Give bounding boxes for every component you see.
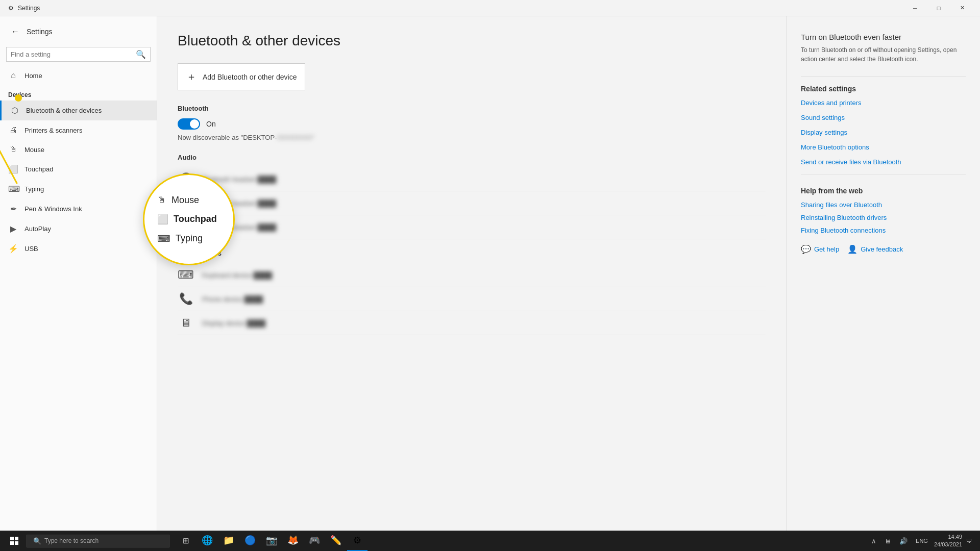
- tooltip-overlay: 🖱 Mouse ⬜ Touchpad ⌨ Typing: [143, 173, 235, 265]
- tooltip-arrow-dot: [15, 94, 22, 102]
- sidebar-item-pen[interactable]: ✒ Pen & Windows Ink: [0, 199, 157, 219]
- sidebar-item-home-label: Home: [24, 72, 42, 80]
- usb-icon: ⚡: [8, 244, 18, 254]
- back-button[interactable]: ←: [8, 24, 22, 39]
- discoverable-text: Now discoverable as "DESKTOP-XXXXXXXX": [178, 134, 766, 141]
- tooltip-circle: 🖱 Mouse ⬜ Touchpad ⌨ Typing: [143, 173, 235, 265]
- audio-devices: 🎧 Bluetooth headset ████ 🎧 Bluetooth hea…: [178, 167, 766, 239]
- windows-icon: [10, 537, 18, 545]
- sidebar-item-usb-label: USB: [24, 245, 38, 253]
- sidebar-item-bluetooth-label: Bluetooth & other devices: [26, 107, 102, 114]
- divider-1: [801, 76, 966, 77]
- taskbar-chrome[interactable]: 🔵: [240, 531, 260, 551]
- bluetooth-toggle-row: On: [178, 118, 766, 130]
- link-devices-printers[interactable]: Devices and printers: [801, 99, 966, 107]
- printer-icon: 🖨: [8, 126, 18, 135]
- sidebar-item-home[interactable]: ⌂ Home: [0, 66, 157, 85]
- sidebar-item-touchpad[interactable]: ⬜ Touchpad: [0, 159, 157, 179]
- link-fixing[interactable]: Fixing Bluetooth connections: [801, 227, 886, 234]
- sidebar-search-container[interactable]: 🔍: [6, 47, 151, 62]
- tooltip-typing-label: Typing: [176, 233, 203, 244]
- link-display-settings[interactable]: Display settings: [801, 129, 966, 136]
- link-reinstalling[interactable]: Reinstalling Bluetooth drivers: [801, 214, 887, 221]
- taskbar-firefox[interactable]: 🦊: [283, 531, 303, 551]
- taskbar-search[interactable]: 🔍 Type here to search: [27, 535, 169, 547]
- link-send-receive[interactable]: Send or receive files via Bluetooth: [801, 158, 966, 166]
- start-button[interactable]: [4, 531, 24, 551]
- titlebar-title: Settings: [18, 5, 40, 12]
- other-device-3[interactable]: 🖥 Display device ████: [178, 311, 766, 335]
- sidebar-item-printers[interactable]: 🖨 Printers & scanners: [0, 120, 157, 140]
- sidebar-item-printers-label: Printers & scanners: [24, 127, 82, 134]
- taskbar-time[interactable]: 14:49 24/03/2021: [934, 533, 962, 549]
- help-item-fixing: Fixing Bluetooth connections: [801, 227, 966, 234]
- sidebar-item-touchpad-label: Touchpad: [24, 165, 53, 173]
- sidebar-search-input[interactable]: [11, 51, 136, 58]
- help-item-reinstalling: Reinstalling Bluetooth drivers: [801, 214, 966, 221]
- clock-time: 14:49: [934, 533, 962, 541]
- task-view-button[interactable]: ⊞: [176, 531, 196, 551]
- keyboard-device-icon: ⌨: [178, 268, 194, 282]
- bluetooth-toggle[interactable]: [178, 118, 200, 130]
- sidebar-item-autoplay[interactable]: ▶ AutoPlay: [0, 219, 157, 239]
- network-icon[interactable]: 🖥: [883, 537, 893, 545]
- titlebar-controls: ─ □ ✕: [903, 0, 974, 16]
- notification-icon[interactable]: 🗨: [966, 538, 972, 544]
- taskbar-apps: ⊞ 🌐 📁 🔵 📷 🦊 🎮 ✏️ ⚙: [176, 531, 867, 551]
- give-feedback-item[interactable]: 👤 Give feedback: [847, 244, 903, 254]
- sidebar-header: ← Settings: [0, 16, 157, 43]
- sidebar-item-bluetooth[interactable]: ⬡ Bluetooth & other devices: [0, 101, 157, 120]
- main-content: Bluetooth & other devices ＋ Add Bluetoot…: [157, 16, 786, 531]
- taskbar-app7[interactable]: 🎮: [304, 531, 325, 551]
- other-device-2-name: Phone device ████: [202, 295, 263, 303]
- pen-icon: ✒: [8, 204, 18, 214]
- taskbar-edge[interactable]: 🌐: [197, 531, 217, 551]
- tooltip-touchpad-label: Touchpad: [174, 214, 217, 224]
- sidebar-section-devices: Devices: [0, 85, 157, 101]
- give-feedback-link[interactable]: Give feedback: [861, 245, 903, 253]
- add-device-button[interactable]: ＋ Add Bluetooth or other device: [178, 63, 305, 90]
- taskbar-explorer[interactable]: 📁: [218, 531, 239, 551]
- svg-rect-2: [10, 541, 14, 545]
- get-help-item[interactable]: 💬 Get help: [801, 244, 839, 254]
- help-item-sharing: Sharing files over Bluetooth: [801, 201, 966, 209]
- link-more-bluetooth[interactable]: More Bluetooth options: [801, 143, 966, 151]
- other-device-1[interactable]: ⌨ Keyboard device ████: [178, 263, 766, 287]
- close-button[interactable]: ✕: [950, 0, 974, 16]
- related-settings-title: Related settings: [801, 85, 966, 93]
- taskbar-search-icon: 🔍: [33, 537, 41, 545]
- keyboard-icon: ⌨: [8, 184, 18, 194]
- chevron-up-icon[interactable]: ∧: [869, 537, 878, 545]
- maximize-button[interactable]: □: [927, 0, 950, 16]
- taskbar: 🔍 Type here to search ⊞ 🌐 📁 🔵 📷 🦊 🎮 ✏️ ⚙…: [0, 531, 980, 551]
- link-sound-settings[interactable]: Sound settings: [801, 114, 966, 121]
- home-icon: ⌂: [8, 71, 18, 80]
- feedback-icon: 👤: [847, 244, 857, 254]
- audio-device-3[interactable]: 🎧 Bluetooth headset ████: [178, 215, 766, 239]
- sidebar-item-usb[interactable]: ⚡ USB: [0, 239, 157, 259]
- keyboard-lang[interactable]: ENG: [914, 538, 930, 544]
- link-sharing[interactable]: Sharing files over Bluetooth: [801, 201, 882, 209]
- other-section-label: Other devices: [178, 249, 766, 257]
- page-title: Bluetooth & other devices: [178, 33, 766, 49]
- sidebar-item-typing[interactable]: ⌨ Typing: [0, 179, 157, 199]
- bluetooth-section-label: Bluetooth: [178, 105, 766, 112]
- get-help-link[interactable]: Get help: [814, 245, 839, 253]
- taskbar-app5[interactable]: 📷: [261, 531, 282, 551]
- minimize-button[interactable]: ─: [903, 0, 927, 16]
- audio-device-1[interactable]: 🎧 Bluetooth headset ████: [178, 167, 766, 191]
- taskbar-app8[interactable]: ✏️: [326, 531, 346, 551]
- svg-rect-0: [10, 537, 14, 540]
- taskbar-settings-app[interactable]: ⚙: [347, 531, 368, 551]
- other-device-2[interactable]: 📞 Phone device ████: [178, 287, 766, 311]
- sidebar-item-pen-label: Pen & Windows Ink: [24, 205, 82, 213]
- plus-icon: ＋: [186, 70, 197, 84]
- sidebar-item-mouse[interactable]: 🖱 Mouse: [0, 140, 157, 159]
- tooltip-mouse: 🖱 Mouse: [153, 193, 225, 208]
- svg-rect-1: [15, 537, 18, 540]
- audio-device-2[interactable]: 🎧 Bluetooth headset ████: [178, 191, 766, 215]
- sidebar-item-autoplay-label: AutoPlay: [24, 225, 51, 233]
- volume-icon[interactable]: 🔊: [897, 537, 910, 545]
- taskbar-right: ∧ 🖥 🔊 ENG 14:49 24/03/2021 🗨: [869, 533, 976, 549]
- tooltip-touchpad: ⬜ Touchpad: [153, 212, 225, 227]
